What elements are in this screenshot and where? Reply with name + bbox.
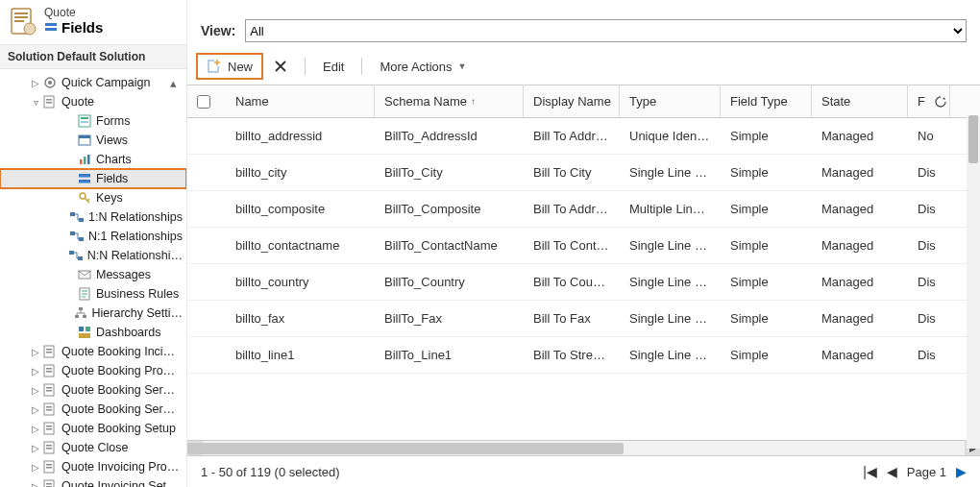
view-dropdown[interactable]: All xyxy=(245,19,967,42)
column-checkbox[interactable] xyxy=(187,85,226,117)
expand-icon[interactable]: ▷ xyxy=(29,462,42,473)
table-row[interactable]: billto_addressidBillTo_AddressIdBill To … xyxy=(187,118,980,155)
cell-fieldtype: Simple xyxy=(721,202,812,216)
tree-item-quote-booking-pro-[interactable]: ▷Quote Booking Pro… xyxy=(0,361,186,380)
tree-item-quote-invoicing-pro-[interactable]: ▷Quote Invoicing Pro… xyxy=(0,457,186,476)
rel-icon xyxy=(69,229,85,244)
nav-tree: ▷Quick Campaign▴▿QuoteFormsViewsChartsFi… xyxy=(0,69,186,487)
cell-fieldtype: Simple xyxy=(721,311,812,326)
cell-state: Managed xyxy=(812,275,908,289)
prev-page-button[interactable]: ◀ xyxy=(887,464,897,479)
svg-rect-56 xyxy=(46,464,52,466)
grid-body[interactable]: billto_addressidBillTo_AddressIdBill To … xyxy=(187,118,980,440)
cell-last: No xyxy=(908,129,950,143)
svg-rect-28 xyxy=(78,256,83,260)
table-row[interactable]: billto_compositeBillTo_CompositeBill To … xyxy=(187,191,980,228)
edit-button[interactable]: Edit xyxy=(315,57,352,77)
tree-item-charts[interactable]: Charts xyxy=(0,150,186,169)
column-name[interactable]: Name xyxy=(226,85,375,117)
tree-item-label: Quote Booking Ser… xyxy=(61,383,175,397)
expand-icon[interactable]: ▷ xyxy=(29,481,42,488)
svg-rect-38 xyxy=(46,349,52,351)
toolbar: New Edit More Actions ▼ xyxy=(187,52,980,85)
svg-rect-23 xyxy=(70,212,75,216)
expand-icon[interactable]: ▿ xyxy=(29,97,42,108)
svg-rect-42 xyxy=(46,371,52,373)
tree-item-quote-booking-ser-[interactable]: ▷Quote Booking Ser… xyxy=(0,380,186,400)
more-actions-button[interactable]: More Actions ▼ xyxy=(372,57,474,77)
tree-item-fields[interactable]: Fields xyxy=(0,169,186,188)
cell-display: Bill To Contac… xyxy=(524,238,620,253)
tree-item-n-1-relationships[interactable]: N:1 Relationships xyxy=(0,227,186,246)
tree-item-label: 1:N Relationships xyxy=(88,210,183,224)
column-fieldtype[interactable]: Field Type xyxy=(721,85,812,117)
hier-icon xyxy=(73,305,88,321)
tree-item-quote-booking-setup[interactable]: ▷Quote Booking Setup xyxy=(0,419,186,438)
app-root: Quote Fields Solution Default Solution ▷… xyxy=(0,0,980,487)
tree-item-business-rules[interactable]: Business Rules xyxy=(0,284,186,304)
first-page-button[interactable]: |◀ xyxy=(863,464,877,479)
tree-item-hierarchy-setti-[interactable]: Hierarchy Setti… xyxy=(0,304,186,323)
select-all-checkbox[interactable] xyxy=(197,95,210,109)
tree-item-quote-invoicing-set-[interactable]: ▷Quote Invoicing Set… xyxy=(0,476,186,487)
cell-last: Dis xyxy=(908,348,950,362)
next-page-button[interactable]: ▶ xyxy=(956,464,967,479)
tree-item-quote-close[interactable]: ▷Quote Close xyxy=(0,438,186,457)
new-icon xyxy=(207,59,222,74)
cell-state: Managed xyxy=(812,165,908,180)
tree-item-keys[interactable]: Keys xyxy=(0,188,186,207)
cell-name: billto_addressid xyxy=(226,129,375,143)
collapse-icon[interactable]: ▴ xyxy=(170,76,183,90)
svg-rect-11 xyxy=(46,102,52,104)
tree-item-messages[interactable]: Messages xyxy=(0,265,186,284)
expand-icon[interactable]: ▷ xyxy=(29,347,42,357)
svg-rect-45 xyxy=(46,390,52,392)
cell-last: Dis xyxy=(908,275,950,289)
chart-icon xyxy=(77,152,92,167)
tree-item-forms[interactable]: Forms xyxy=(0,111,186,131)
vertical-scrollbar[interactable] xyxy=(967,115,980,449)
vscroll-thumb[interactable] xyxy=(968,115,978,163)
tree-item-quote-booking-inci-[interactable]: ▷Quote Booking Inci… xyxy=(0,342,186,361)
expand-icon[interactable]: ▷ xyxy=(29,385,42,396)
column-type[interactable]: Type xyxy=(620,85,721,117)
rel-icon xyxy=(68,248,84,263)
new-button[interactable]: New xyxy=(199,56,260,77)
tree-item-n-n-relationshi-[interactable]: N:N Relationshi… xyxy=(0,246,186,265)
delete-button[interactable] xyxy=(266,57,295,76)
expand-icon[interactable]: ▷ xyxy=(29,366,42,377)
column-last[interactable]: F xyxy=(908,85,950,117)
tree-item-quick-campaign[interactable]: ▷Quick Campaign▴ xyxy=(0,73,186,92)
tree-item-label: Fields xyxy=(96,172,128,185)
tree-item-1-n-relationships[interactable]: 1:N Relationships xyxy=(0,207,186,227)
expand-icon[interactable]: ▷ xyxy=(29,443,42,453)
expand-icon[interactable]: ▷ xyxy=(29,404,42,415)
expand-icon[interactable]: ▷ xyxy=(29,424,42,434)
expand-icon[interactable]: ▷ xyxy=(29,78,42,88)
view-icon xyxy=(77,133,92,148)
cell-last: Dis xyxy=(908,311,950,326)
tree-item-views[interactable]: Views xyxy=(0,131,186,150)
cell-name: billto_country xyxy=(226,275,375,289)
view-label: View: xyxy=(201,23,235,38)
svg-point-8 xyxy=(48,81,52,85)
tree-item-dashboards[interactable]: Dashboards xyxy=(0,323,186,342)
tree-item-quote-booking-ser-[interactable]: ▷Quote Booking Ser… xyxy=(0,400,186,419)
table-row[interactable]: billto_faxBillTo_FaxBill To FaxSingle Li… xyxy=(187,301,980,337)
column-state[interactable]: State xyxy=(812,85,908,117)
entity-icon xyxy=(42,421,58,436)
table-row[interactable]: billto_countryBillTo_CountryBill To Coun… xyxy=(187,264,980,301)
refresh-icon[interactable] xyxy=(934,95,947,109)
scroll-thumb[interactable] xyxy=(187,443,624,454)
horizontal-scrollbar[interactable]: ◀ ▶ xyxy=(187,440,980,455)
tree-item-quote[interactable]: ▿Quote xyxy=(0,92,186,111)
table-row[interactable]: billto_line1BillTo_Line1Bill To Street 1… xyxy=(187,337,980,374)
entity-icon xyxy=(42,344,58,359)
table-row[interactable]: billto_cityBillTo_CityBill To CitySingle… xyxy=(187,155,980,191)
msg-icon xyxy=(77,267,92,282)
column-display[interactable]: Display Name xyxy=(524,85,620,117)
svg-rect-6 xyxy=(45,28,57,31)
column-schema[interactable]: Schema Name↑ xyxy=(375,85,524,117)
svg-rect-18 xyxy=(84,157,86,164)
table-row[interactable]: billto_contactnameBillTo_ContactNameBill… xyxy=(187,228,980,264)
